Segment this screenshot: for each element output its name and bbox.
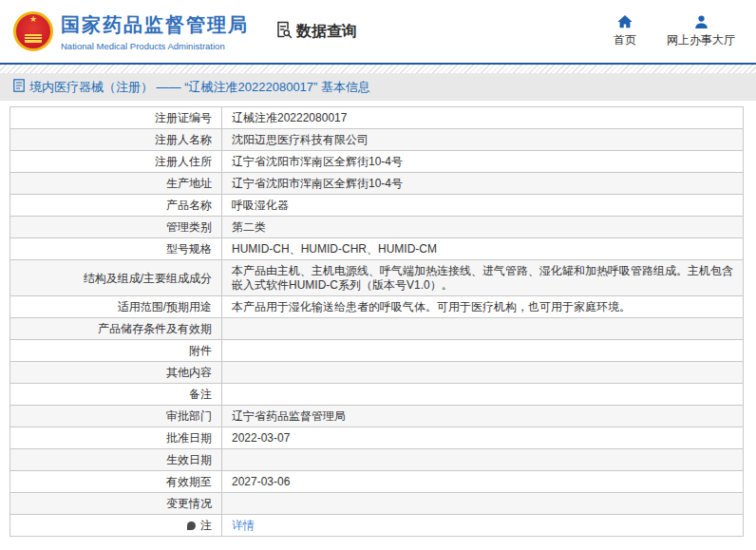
table-row: 注册证编号辽械注准20222080017 bbox=[10, 107, 743, 128]
nav-online-service-hall[interactable]: 网上办事大厅 bbox=[667, 15, 735, 48]
row-label: 备注 bbox=[10, 384, 221, 405]
row-label: 结构及组成/主要组成成分 bbox=[10, 260, 221, 295]
info-table: 注册证编号辽械注准20222080017注册人名称沈阳迈思医疗科技有限公司注册人… bbox=[9, 106, 744, 537]
row-value: 辽宁省药品监督管理局 bbox=[221, 406, 743, 427]
org-name-en: National Medical Products Administration bbox=[61, 41, 249, 51]
table-row: 附件 bbox=[10, 339, 743, 361]
table-row: 适用范围/预期用途本产品用于湿化输送给患者的呼吸气体。可用于医疗机构，也可用于家… bbox=[10, 295, 743, 317]
table-row: 注册人名称沈阳迈思医疗科技有限公司 bbox=[10, 128, 743, 150]
table-row: 审批部门辽宁省药品监督管理局 bbox=[10, 405, 743, 427]
row-label: 附件 bbox=[10, 340, 221, 361]
table-row: 生产地址辽宁省沈阳市浑南区全辉街10-4号 bbox=[10, 172, 743, 194]
row-value bbox=[221, 384, 743, 405]
table-row: 产品名称呼吸湿化器 bbox=[10, 194, 743, 216]
main-nav: 首页 网上办事大厅 bbox=[614, 15, 735, 48]
row-value: 本产品用于湿化输送给患者的呼吸气体。可用于医疗机构，也可用于家庭环境。 bbox=[221, 296, 743, 317]
row-value: 2022-03-07 bbox=[221, 427, 743, 448]
row-label: 有效期至 bbox=[10, 471, 221, 492]
breadcrumb-text: 境内医疗器械（注册） —— “辽械注准20222080017” 基本信息 bbox=[29, 79, 370, 96]
row-value: 辽宁省沈阳市浑南区全辉街10-4号 bbox=[221, 173, 743, 194]
table-row: 生效日期 bbox=[10, 448, 743, 470]
table-row: 注详情 bbox=[10, 514, 743, 536]
nav-hall-label: 网上办事大厅 bbox=[667, 32, 735, 48]
row-value: 详情 bbox=[221, 515, 743, 536]
table-row: 型号规格HUMID-CH、HUMID-CHR、HUMID-CM bbox=[10, 237, 743, 259]
nav-home[interactable]: 首页 bbox=[614, 15, 636, 48]
national-emblem-icon bbox=[13, 11, 53, 51]
row-label: 产品储存条件及有效期 bbox=[10, 318, 221, 339]
nmpa-logo[interactable]: 国家药品监督管理局 National Medical Products Admi… bbox=[13, 11, 249, 51]
nav-home-label: 首页 bbox=[614, 32, 636, 48]
row-value bbox=[221, 318, 743, 339]
table-row: 其他内容 bbox=[10, 361, 743, 383]
row-label: 注 bbox=[10, 515, 221, 536]
row-value: HUMID-CH、HUMID-CHR、HUMID-CM bbox=[221, 238, 743, 259]
table-row: 变更情况 bbox=[10, 492, 743, 514]
detail-link[interactable]: 详情 bbox=[232, 519, 255, 533]
row-label: 生效日期 bbox=[10, 449, 221, 470]
logo-text: 国家药品监督管理局 National Medical Products Admi… bbox=[61, 12, 249, 51]
row-label: 生产地址 bbox=[10, 173, 221, 194]
table-row: 批准日期2022-03-07 bbox=[10, 427, 743, 448]
row-value: 第二类 bbox=[221, 217, 743, 237]
document-icon bbox=[13, 79, 25, 95]
table-row: 备注 bbox=[10, 383, 743, 405]
row-value: 辽宁省沈阳市浑南区全辉街10-4号 bbox=[221, 151, 743, 172]
document-search-icon bbox=[274, 20, 293, 43]
hatch-band bbox=[0, 65, 756, 73]
row-value: 本产品由主机、主机电源线、呼气端加热连接线、进气管路、湿化罐和加热呼吸管路组成。… bbox=[221, 260, 743, 295]
row-label: 注册证编号 bbox=[10, 107, 221, 128]
row-value: 沈阳迈思医疗科技有限公司 bbox=[221, 129, 743, 150]
data-query-section[interactable]: 数据查询 bbox=[274, 20, 357, 43]
note-icon bbox=[187, 522, 196, 530]
row-value bbox=[221, 362, 743, 383]
table-row: 结构及组成/主要组成成分本产品由主机、主机电源线、呼气端加热连接线、进气管路、湿… bbox=[10, 259, 743, 295]
row-value bbox=[221, 340, 743, 361]
row-value bbox=[221, 493, 743, 514]
row-label: 审批部门 bbox=[10, 406, 221, 427]
row-label: 产品名称 bbox=[10, 195, 221, 216]
table-row: 产品储存条件及有效期 bbox=[10, 317, 743, 339]
home-icon bbox=[617, 15, 633, 28]
row-label: 变更情况 bbox=[10, 493, 221, 514]
row-label: 适用范围/预期用途 bbox=[10, 296, 221, 317]
table-row: 有效期至2027-03-06 bbox=[10, 470, 743, 492]
table-row: 管理类别第二类 bbox=[10, 216, 743, 237]
row-label: 型号规格 bbox=[10, 238, 221, 259]
row-label: 其他内容 bbox=[10, 362, 221, 383]
row-value: 辽械注准20222080017 bbox=[221, 107, 743, 128]
row-value: 2027-03-06 bbox=[221, 471, 743, 492]
row-value: 呼吸湿化器 bbox=[221, 195, 743, 216]
row-label: 注册人住所 bbox=[10, 151, 221, 172]
row-label: 管理类别 bbox=[10, 217, 221, 237]
org-name-cn: 国家药品监督管理局 bbox=[61, 12, 249, 38]
person-icon bbox=[694, 15, 709, 28]
row-label: 注册人名称 bbox=[10, 129, 221, 150]
data-query-label: 数据查询 bbox=[296, 22, 357, 42]
row-label: 批准日期 bbox=[10, 427, 221, 448]
row-value bbox=[221, 449, 743, 470]
breadcrumb: 境内医疗器械（注册） —— “辽械注准20222080017” 基本信息 bbox=[0, 73, 756, 101]
site-header: 国家药品监督管理局 National Medical Products Admi… bbox=[0, 0, 756, 63]
table-row: 注册人住所辽宁省沈阳市浑南区全辉街10-4号 bbox=[10, 150, 743, 172]
